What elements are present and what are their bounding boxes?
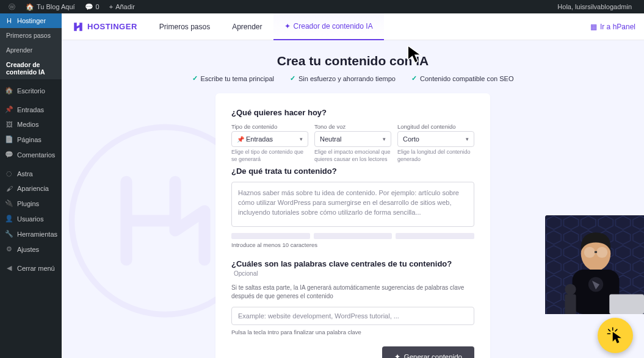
svg-rect-7 <box>595 251 597 253</box>
sidebar-item-apariencia[interactable]: 🖌Apariencia <box>0 181 62 196</box>
pages-icon: 📄 <box>5 135 13 143</box>
site-name-link[interactable]: 🏠Tu Blog Aquí <box>22 3 79 11</box>
wp-logo[interactable]: ⓦ <box>4 2 20 12</box>
media-icon: 🖼 <box>5 121 13 128</box>
sidebar-item-paginas[interactable]: 📄Páginas <box>0 132 62 147</box>
type-label: Tipo de contenido <box>231 123 308 130</box>
tab-aprender[interactable]: Aprender <box>221 13 273 40</box>
posts-icon: 📌 <box>5 106 13 113</box>
length-label: Longitud del contenido <box>397 123 474 130</box>
hostinger-logo[interactable]: HOSTINGER <box>62 21 148 32</box>
tone-select[interactable]: Neutral ▾ <box>314 131 391 147</box>
chevron-down-icon: ▾ <box>300 136 303 142</box>
site-name: Tu Blog Aquí <box>37 3 75 10</box>
generate-button[interactable]: ✦ Generar contenido <box>382 346 474 358</box>
svg-point-5 <box>584 247 595 258</box>
wp-admin-bar: ⓦ 🏠Tu Blog Aquí 💬0 +Añadir Hola, luisrsi… <box>0 0 644 13</box>
sidebar-item-medios[interactable]: 🖼Medios <box>0 117 62 132</box>
tone-value: Neutral <box>320 135 341 143</box>
question-3: ¿Cuáles son las palabras clave centrales… <box>231 259 474 277</box>
tone-help: Elige el impacto emocional que quieres c… <box>314 149 391 163</box>
benefit-2: ✓Sin esfuerzo y ahorrando tiempo <box>290 74 396 82</box>
sidebar-item-plugins[interactable]: 🔌Plugins <box>0 196 62 211</box>
keywords-input[interactable]: Example: website development, WordPress … <box>231 307 474 325</box>
sidebar-item-astra[interactable]: ◌Astra <box>0 166 62 181</box>
hostinger-logo-icon <box>73 21 84 32</box>
type-value: Entradas <box>246 135 273 143</box>
generate-label: Generar contenido <box>404 353 462 358</box>
pin-icon: 📌 <box>237 136 244 143</box>
length-help: Elige la longitud del contenido generado <box>397 149 474 163</box>
submenu-primeros[interactable]: Primeros pasos <box>0 28 62 43</box>
svg-line-14 <box>609 329 610 331</box>
sidebar-label: Hostinger <box>17 17 46 24</box>
sidebar-item-escritorio[interactable]: 🏠Escritorio <box>0 83 62 98</box>
top-nav: HOSTINGER Primeros pasos Aprender ✦ Crea… <box>62 13 644 40</box>
tools-icon: 🔧 <box>5 230 13 238</box>
account-link[interactable]: Hola, luisrsilvablogadmin <box>554 3 635 10</box>
content-type-select[interactable]: 📌Entradas ▾ <box>231 131 308 147</box>
question-2: ¿De qué trata tu contenido? <box>231 166 474 176</box>
svg-point-12 <box>565 284 576 295</box>
svg-line-15 <box>615 329 617 331</box>
settings-icon: ⚙ <box>5 245 13 253</box>
sidebar-item-entradas[interactable]: 📌Entradas <box>0 102 62 117</box>
click-badge <box>598 318 633 353</box>
chevron-down-icon: ▾ <box>383 136 386 142</box>
kw-hint: Pulsa la tecla Intro para finalizar una … <box>231 329 474 335</box>
appearance-icon: 🖌 <box>5 185 13 192</box>
type-help: Elige el tipo de contenido que se genera… <box>231 149 308 163</box>
content-idea-textarea[interactable]: Haznos saber más sobre tu idea de conten… <box>231 182 474 227</box>
svg-point-6 <box>596 247 607 258</box>
submenu-aprender[interactable]: Aprender <box>0 43 62 57</box>
hpanel-link[interactable]: ▦ Ir a hPanel <box>582 23 644 31</box>
check-icon: ✓ <box>290 74 295 82</box>
chip-placeholder <box>231 233 310 239</box>
tone-label: Tono de voz <box>314 123 391 130</box>
sidebar-item-comentarios[interactable]: 💬Comentarios <box>0 147 62 162</box>
question-1: ¿Qué quieres hacer hoy? <box>231 108 474 117</box>
chip-placeholder <box>314 233 393 239</box>
suggestion-chips <box>231 233 474 239</box>
sidebar-item-ajustes[interactable]: ⚙Ajustes <box>0 242 62 257</box>
add-new-link[interactable]: +Añadir <box>106 3 139 10</box>
length-select[interactable]: Corto ▾ <box>397 131 474 147</box>
users-icon: 👤 <box>5 215 13 223</box>
hostinger-submenu: Primeros pasos Aprender Creador de conte… <box>0 28 62 79</box>
plugins-icon: 🔌 <box>5 199 13 207</box>
svg-rect-11 <box>565 295 576 314</box>
page-title: Crea tu contenido con IA <box>62 40 644 74</box>
length-value: Corto <box>403 135 419 143</box>
sidebar-item-usuarios[interactable]: 👤Usuarios <box>0 211 62 226</box>
benefit-3: ✓Contenido compatible con SEO <box>411 74 513 82</box>
sidebar-item-herramientas[interactable]: 🔧Herramientas <box>0 226 62 242</box>
webcam-thumbnail <box>545 215 644 314</box>
comments-icon: 💬 <box>5 151 13 159</box>
brand-text: HOSTINGER <box>87 22 137 31</box>
submenu-creador[interactable]: Creador de contenido IA <box>0 57 62 79</box>
sparkle-icon: ✦ <box>284 22 291 30</box>
tab-creador[interactable]: ✦ Creador de contenido IA <box>273 13 384 40</box>
svg-rect-10 <box>609 295 644 314</box>
benefit-1: ✓Escribe tu tema principal <box>192 74 274 82</box>
chevron-down-icon: ▾ <box>466 136 469 142</box>
chip-placeholder <box>396 233 474 239</box>
benefits-row: ✓Escribe tu tema principal ✓Sin esfuerzo… <box>62 74 644 93</box>
comments-link[interactable]: 💬0 <box>81 3 103 11</box>
min-chars-hint: Introduce al menos 10 caracteres <box>231 242 474 248</box>
tab-primeros[interactable]: Primeros pasos <box>148 13 221 40</box>
greeting: Hola, luisrsilvablogadmin <box>557 3 632 10</box>
main-area: HOSTINGER Primeros pasos Aprender ✦ Crea… <box>62 13 644 358</box>
kw-desc: Si te saltas esta parte, la IA generará … <box>231 284 474 301</box>
check-icon: ✓ <box>192 74 198 82</box>
wp-sidebar: H Hostinger Primeros pasos Aprender Crea… <box>0 13 62 358</box>
sidebar-item-cerrar[interactable]: ◀Cerrar menú <box>0 260 62 276</box>
add-new-label: Añadir <box>115 3 135 10</box>
collapse-icon: ◀ <box>5 264 13 272</box>
hostinger-icon: H <box>5 17 13 24</box>
sparkle-icon: ✦ <box>394 353 400 358</box>
check-icon: ✓ <box>411 74 417 82</box>
sidebar-item-hostinger[interactable]: H Hostinger <box>0 13 62 28</box>
comments-count: 0 <box>96 3 99 10</box>
generator-card: ¿Qué quieres hacer hoy? Tipo de contenid… <box>215 93 490 358</box>
